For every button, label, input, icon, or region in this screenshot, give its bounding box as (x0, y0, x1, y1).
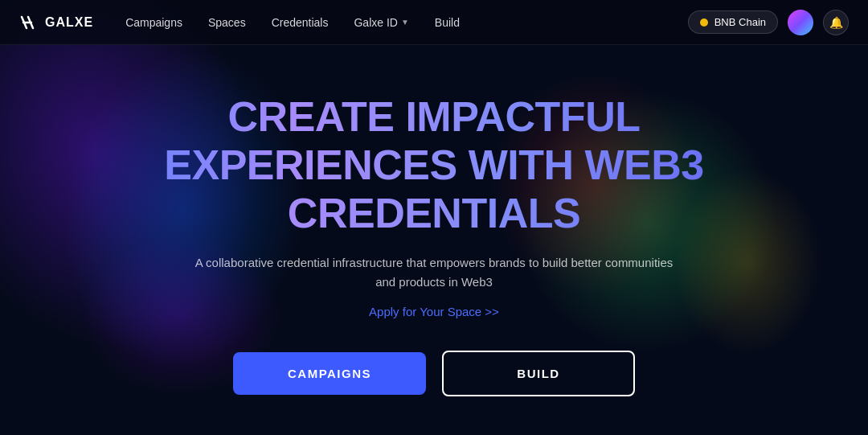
nav-campaigns[interactable]: Campaigns (125, 16, 182, 29)
hero-title: CREATE IMPACTFUL EXPERIENCES WITH WEB3 C… (88, 93, 780, 237)
apply-for-space-link[interactable]: Apply for Your Space >> (369, 305, 499, 318)
bnb-chain-dot (700, 18, 708, 27)
nav-credentials[interactable]: Credentials (272, 16, 329, 29)
notification-bell-button[interactable]: 🔔 (823, 10, 849, 35)
galxe-id-dropdown-icon: ▼ (401, 18, 409, 27)
hero-subtitle: A collaborative credential infrastructur… (193, 253, 675, 292)
avatar[interactable] (788, 10, 813, 35)
nav-links: Campaigns Spaces Credentials Galxe ID ▼ … (125, 16, 688, 29)
cta-buttons: CAMPAIGNS BUILD (233, 351, 635, 396)
logo-icon (19, 13, 39, 32)
build-button[interactable]: BUILD (442, 351, 635, 396)
bell-icon: 🔔 (829, 16, 843, 29)
logo[interactable]: GALXE (19, 13, 93, 32)
logo-text: GALXE (45, 15, 93, 30)
nav-spaces[interactable]: Spaces (208, 16, 246, 29)
nav-galxe-id[interactable]: Galxe ID ▼ (354, 16, 408, 29)
hero-section: CREATE IMPACTFUL EXPERIENCES WITH WEB3 C… (0, 45, 868, 429)
navbar: GALXE Campaigns Spaces Credentials Galxe… (0, 0, 868, 45)
nav-build[interactable]: Build (435, 16, 460, 29)
campaigns-button[interactable]: CAMPAIGNS (233, 352, 426, 395)
nav-right: BNB Chain 🔔 (688, 10, 849, 35)
bnb-chain-button[interactable]: BNB Chain (688, 10, 778, 34)
